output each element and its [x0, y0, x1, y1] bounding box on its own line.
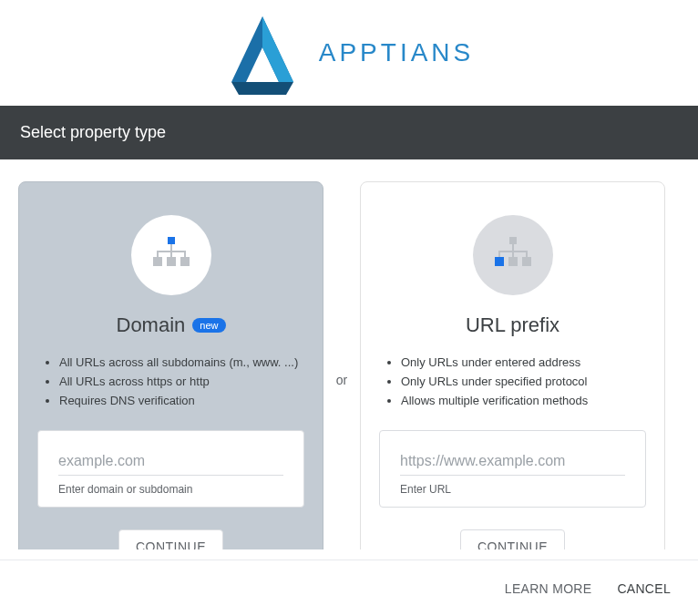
urlprefix-continue-button[interactable]: CONTINUE — [460, 529, 565, 549]
list-item: Requires DNS verification — [59, 392, 301, 410]
urlprefix-card[interactable]: URL prefix Only URLs under entered addre… — [360, 181, 665, 549]
domain-card-icon-circle — [131, 215, 211, 295]
dialog-footer: LEARN MORE CANCEL — [0, 560, 698, 616]
urlprefix-card-title-row: URL prefix — [361, 313, 664, 337]
urlprefix-card-icon-circle — [473, 215, 553, 295]
domain-input-helper: Enter domain or subdomain — [58, 483, 283, 496]
or-text: or — [336, 373, 347, 387]
domain-input[interactable] — [58, 447, 283, 476]
urlprefix-input-box: Enter URL — [379, 430, 646, 508]
new-badge: new — [192, 318, 225, 333]
content-scroll-area[interactable]: Domain new All URLs across all subdomain… — [0, 159, 698, 549]
brand-logo-bar: APPTIANS — [0, 0, 698, 106]
domain-bullet-list: All URLs across all subdomains (m., www.… — [59, 354, 301, 410]
domain-card-title-row: Domain new — [19, 313, 323, 337]
svg-rect-0 — [168, 237, 175, 244]
domain-continue-button[interactable]: CONTINUE — [118, 529, 223, 549]
list-item: Only URLs under entered address — [401, 354, 642, 372]
property-cards-row: Domain new All URLs across all subdomain… — [0, 159, 698, 549]
sitemap-icon — [151, 237, 191, 273]
brand-name: APPTIANS — [319, 38, 474, 67]
urlprefix-input-helper: Enter URL — [400, 483, 625, 496]
svg-rect-2 — [167, 257, 176, 266]
brand-logo-icon — [224, 11, 301, 95]
svg-rect-3 — [180, 257, 190, 266]
sitemap-alt-icon — [493, 237, 533, 273]
urlprefix-bullet-list: Only URLs under entered address Only URL… — [401, 354, 642, 410]
urlprefix-input[interactable] — [400, 447, 625, 476]
domain-input-box: Enter domain or subdomain — [37, 430, 304, 508]
svg-rect-5 — [495, 257, 504, 266]
svg-rect-1 — [153, 257, 162, 266]
domain-card-title: Domain — [117, 313, 186, 337]
dialog-header: Select property type — [0, 106, 698, 159]
list-item: Only URLs under specified protocol — [401, 373, 642, 391]
list-item: All URLs across all subdomains (m., www.… — [59, 354, 301, 372]
domain-card[interactable]: Domain new All URLs across all subdomain… — [18, 181, 323, 549]
or-separator: or — [323, 373, 360, 387]
cancel-button[interactable]: CANCEL — [617, 581, 671, 596]
learn-more-link[interactable]: LEARN MORE — [505, 581, 592, 596]
list-item: Allows multiple verification methods — [401, 392, 642, 410]
svg-rect-7 — [522, 257, 531, 266]
dialog-title: Select property type — [20, 123, 166, 141]
svg-rect-6 — [508, 257, 518, 266]
list-item: All URLs across https or http — [59, 373, 301, 391]
svg-rect-4 — [509, 237, 517, 244]
urlprefix-card-title: URL prefix — [466, 313, 559, 337]
